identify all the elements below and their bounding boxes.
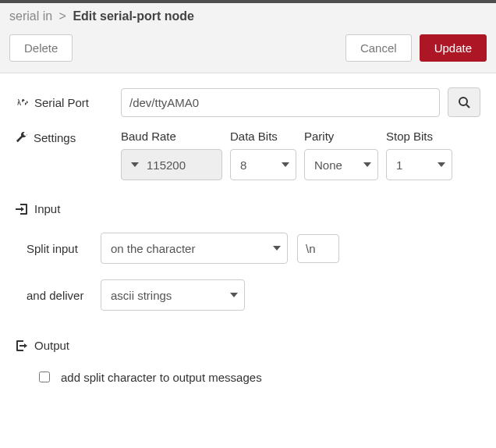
output-section-header: Output: [16, 339, 480, 352]
caret-down-icon: [230, 293, 238, 297]
data-bits-select[interactable]: 8: [230, 149, 296, 180]
sign-out-icon: [16, 340, 28, 352]
data-bits-header: Data Bits: [230, 130, 296, 143]
stop-bits-header: Stop Bits: [386, 130, 452, 143]
svg-point-0: [459, 98, 467, 105]
caret-down-icon: [131, 162, 139, 167]
caret-down-icon: [282, 162, 289, 167]
serial-port-input[interactable]: [121, 88, 440, 117]
parity-header: Parity: [304, 130, 378, 143]
parity-select[interactable]: None: [304, 149, 378, 180]
svg-line-1: [466, 105, 469, 108]
baud-rate-select[interactable]: 115200: [121, 149, 222, 180]
caret-down-icon: [273, 246, 281, 251]
search-icon: [458, 96, 470, 108]
split-mode-select[interactable]: on the character: [101, 233, 288, 264]
delete-button[interactable]: Delete: [9, 34, 73, 62]
sign-in-icon: [16, 203, 28, 215]
stop-bits-select[interactable]: 1: [386, 149, 452, 180]
split-input-label: Split input: [27, 242, 101, 255]
random-icon: [16, 96, 28, 108]
settings-label: Settings: [16, 130, 121, 144]
deliver-mode-select[interactable]: ascii strings: [101, 279, 245, 311]
cancel-button[interactable]: Cancel: [345, 34, 412, 62]
breadcrumb-parent[interactable]: serial in: [9, 9, 52, 23]
deliver-label: and deliver: [27, 289, 101, 302]
caret-down-icon: [438, 162, 445, 167]
add-split-label: add split character to output messages: [61, 371, 262, 384]
update-button[interactable]: Update: [420, 34, 487, 62]
caret-down-icon: [363, 162, 371, 167]
split-char-input[interactable]: [297, 234, 339, 263]
input-section-header: Input: [16, 202, 480, 215]
breadcrumb-current: Edit serial-port node: [73, 9, 194, 23]
wrench-icon: [16, 132, 27, 144]
baud-rate-header: Baud Rate: [121, 130, 222, 143]
add-split-checkbox[interactable]: [39, 372, 50, 382]
search-button[interactable]: [448, 87, 480, 117]
serial-port-label: Serial Port: [16, 96, 121, 109]
breadcrumb: serial in > Edit serial-port node: [0, 3, 496, 28]
chevron-right-icon: >: [59, 9, 66, 23]
